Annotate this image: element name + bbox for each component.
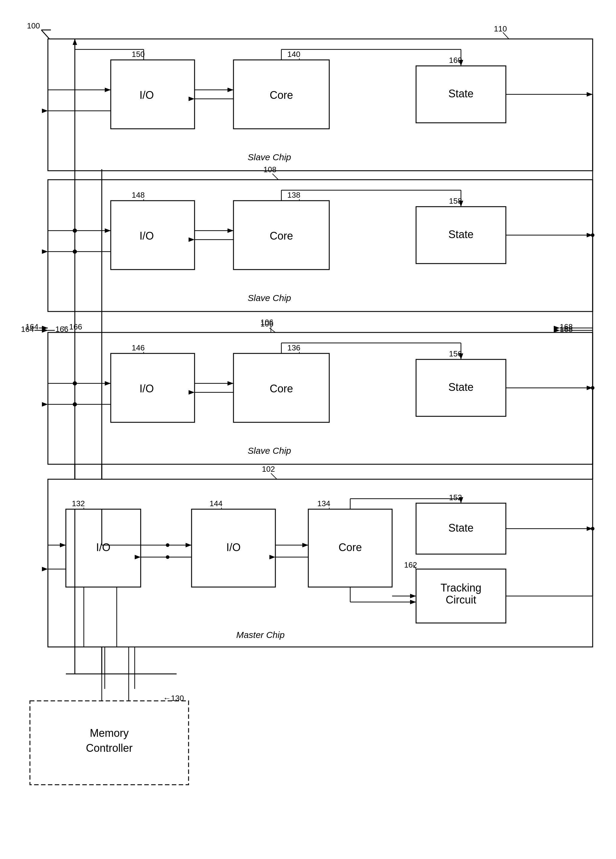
chip102-tracking-label2: Circuit: [446, 593, 476, 606]
chip108-core-ref: 138: [287, 191, 300, 200]
chip108-state-ref: 158: [449, 197, 462, 205]
chip110-state-label: State: [448, 87, 474, 100]
chip106-chip-label: Slave Chip: [248, 446, 291, 456]
memory-controller-label2: Controller: [86, 742, 133, 754]
chip102-state-ref: 152: [449, 493, 462, 502]
chip108-chip-label: Slave Chip: [248, 293, 291, 303]
label-168: 168: [560, 325, 572, 334]
label-166: 166: [55, 325, 68, 334]
svg-line-5: [41, 30, 49, 39]
chip106-io-ref: 146: [132, 343, 145, 352]
chip110-io-ref: 150: [132, 50, 145, 59]
chip102-io2-ref: 144: [209, 499, 222, 508]
chip108-io-ref: 148: [132, 191, 145, 200]
circuit-diagram: 100 110 I/O 150 Core 140 State 160: [0, 0, 616, 859]
svg-line-8: [503, 32, 509, 39]
chip106-core-label: Core: [270, 383, 293, 395]
chip106-core-ref: 136: [287, 343, 300, 352]
chip108-core-label: Core: [270, 230, 293, 242]
chip102-core-ref: 134: [317, 499, 330, 508]
svg-line-44: [270, 328, 275, 333]
memory-controller-label1: Memory: [90, 727, 129, 739]
chip102-core-label: Core: [338, 541, 362, 553]
chip102-state-label: State: [448, 522, 474, 534]
svg-point-79: [166, 555, 169, 559]
svg-rect-7: [48, 39, 593, 171]
chip108-state-label: State: [448, 228, 474, 241]
chip110-state-ref: 160: [449, 56, 462, 65]
chip108-ref: 108: [264, 165, 276, 174]
svg-rect-24: [48, 180, 593, 311]
svg-line-65: [271, 473, 277, 479]
svg-rect-46: [48, 333, 593, 464]
svg-point-77: [166, 544, 169, 547]
chip102-chip-label: Master Chip: [236, 630, 285, 640]
diagram-container: 100 110 I/O 150 Core 140 State 160: [0, 0, 616, 859]
memory-controller-ref: ←130: [163, 693, 184, 703]
chip108-io-label: I/O: [139, 230, 154, 242]
chip102-tracking-label1: Tracking: [441, 582, 482, 594]
chip110-io-label: I/O: [139, 89, 154, 101]
chip110-core-ref: 140: [287, 50, 300, 59]
label-106-chip: 106: [260, 318, 273, 327]
chip102-io1-label: I/O: [96, 541, 111, 553]
svg-line-25: [272, 174, 278, 180]
chip106-state-ref: 156: [449, 349, 462, 358]
chip102-ref: 102: [262, 465, 275, 473]
chip106-io-label: I/O: [139, 383, 154, 395]
chip110-chip-label: Slave Chip: [248, 152, 291, 162]
chip110-ref: 110: [494, 24, 507, 33]
chip106-state-label: State: [448, 381, 474, 393]
chip102-io1-ref: 132: [72, 499, 85, 508]
chip110-core-label: Core: [270, 89, 293, 101]
label-164: 164: [21, 325, 34, 334]
main-ref-label: 100: [27, 21, 40, 30]
chip102-io2-label: I/O: [226, 541, 241, 553]
